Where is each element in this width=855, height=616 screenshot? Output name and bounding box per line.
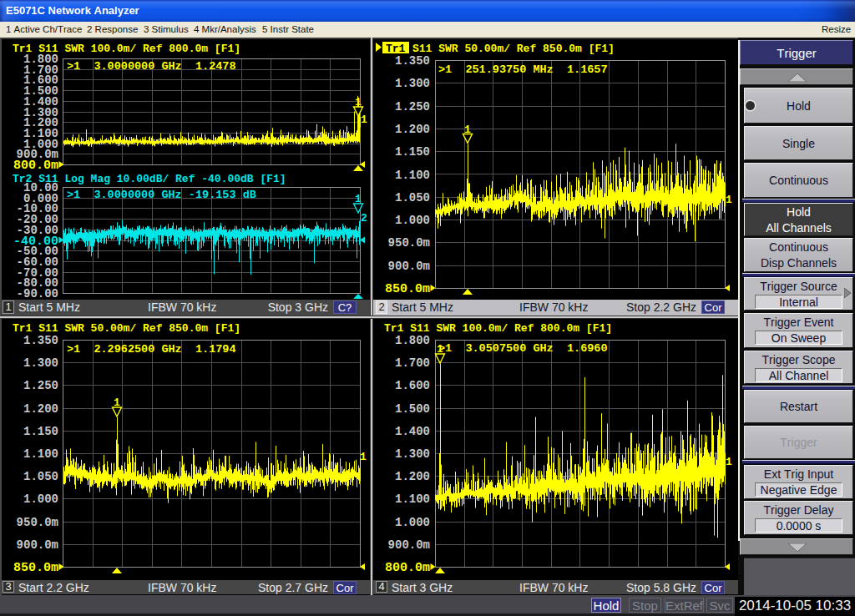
- svg-text:900.0m: 900.0m: [388, 538, 430, 552]
- svg-text:1.100: 1.100: [395, 492, 430, 506]
- svg-text:1.000: 1.000: [395, 214, 430, 227]
- svg-text:1.000: 1.000: [23, 492, 58, 506]
- svg-text:1.000: 1.000: [395, 516, 430, 529]
- svg-text:>1 3.0000000 GHz 1.2478: >1 3.0000000 GHz 1.2478: [67, 60, 236, 73]
- svg-text:1.400: 1.400: [395, 425, 430, 438]
- svg-text:1.300: 1.300: [395, 447, 430, 461]
- svg-text:1: 1: [726, 456, 732, 468]
- svg-text:1.150: 1.150: [395, 145, 430, 159]
- svg-text:S11 SWR 50.00m/ Ref 850.0m [F1: S11 SWR 50.00m/ Ref 850.0m [F1]: [412, 43, 615, 55]
- svg-text:1.150: 1.150: [23, 425, 58, 438]
- svg-text:>1 3.0507500 GHz 1.6960: >1 3.0507500 GHz 1.6960: [438, 342, 608, 355]
- svg-text:>1 3.0000000 GHz -19.153 dB: >1 3.0000000 GHz -19.153 dB: [67, 189, 256, 201]
- svg-text:2: 2: [361, 212, 367, 225]
- svg-text:1.500: 1.500: [395, 402, 430, 416]
- svg-text:1.350: 1.350: [395, 54, 430, 68]
- svg-text:1.250: 1.250: [395, 100, 430, 114]
- svg-text:1.350: 1.350: [23, 334, 58, 347]
- svg-text:1.050: 1.050: [395, 191, 430, 204]
- svg-text:1.250: 1.250: [23, 379, 58, 392]
- svg-text:>1 251.93750 MHz 1.1657: >1 251.93750 MHz 1.1657: [438, 63, 608, 76]
- svg-text:1: 1: [437, 343, 443, 356]
- svg-text:1: 1: [360, 451, 367, 463]
- svg-text:1: 1: [355, 96, 362, 109]
- svg-text:Tr1 S11 SWR 100.0m/ Ref 800.0m: Tr1 S11 SWR 100.0m/ Ref 800.0m [F1]: [384, 322, 612, 335]
- svg-text:>1 2.2962500 GHz 1.1794: >1 2.2962500 GHz 1.1794: [67, 343, 236, 356]
- svg-text:1: 1: [355, 193, 362, 205]
- svg-text:1.100: 1.100: [395, 169, 430, 182]
- svg-text:Tr1 S11 SWR 50.00m/ Ref 850.0m: Tr1 S11 SWR 50.00m/ Ref 850.0m [F1]: [13, 322, 240, 335]
- svg-text:-90.00: -90.00: [17, 287, 58, 300]
- svg-text:1.050: 1.050: [23, 470, 58, 483]
- svg-text:900.0m: 900.0m: [17, 538, 58, 552]
- svg-text:1: 1: [726, 194, 732, 206]
- svg-text:1.200: 1.200: [23, 402, 58, 416]
- svg-text:Tr1: Tr1: [386, 43, 406, 55]
- svg-text:950.0m: 950.0m: [388, 236, 430, 250]
- svg-text:1: 1: [464, 124, 471, 136]
- svg-text:850.0m: 850.0m: [385, 282, 430, 296]
- svg-text:950.0m: 950.0m: [17, 516, 58, 529]
- svg-text:1.800: 1.800: [395, 334, 430, 347]
- svg-text:800.0m: 800.0m: [385, 561, 430, 575]
- svg-text:850.0m: 850.0m: [13, 561, 58, 575]
- svg-text:1.200: 1.200: [395, 123, 430, 136]
- svg-text:1.100: 1.100: [23, 447, 58, 461]
- svg-text:1: 1: [114, 396, 120, 409]
- svg-text:800.0m: 800.0m: [13, 159, 58, 173]
- svg-text:1: 1: [361, 114, 367, 126]
- svg-text:1.200: 1.200: [395, 470, 430, 483]
- svg-text:1.700: 1.700: [395, 356, 430, 370]
- svg-text:1.300: 1.300: [395, 77, 430, 90]
- svg-text:1.300: 1.300: [23, 356, 58, 370]
- svg-text:1.600: 1.600: [395, 379, 430, 392]
- svg-text:900.0m: 900.0m: [388, 260, 430, 273]
